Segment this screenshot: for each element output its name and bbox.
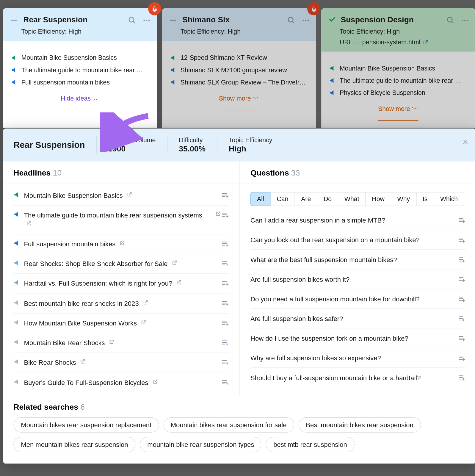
external-link-icon[interactable] bbox=[80, 358, 86, 367]
card-suspension-design[interactable]: Suspension Design Topic Efficiency: High… bbox=[321, 8, 475, 128]
stat-label: Topic Efficiency bbox=[229, 137, 272, 144]
more-icon[interactable] bbox=[461, 16, 469, 26]
external-link-icon[interactable] bbox=[119, 240, 125, 249]
filter-is[interactable]: Is bbox=[416, 192, 434, 206]
card-header: Shimano Slx Topic Efficiency: High bbox=[162, 8, 316, 41]
related-chip[interactable]: Best mountain bikes rear suspension bbox=[298, 417, 421, 432]
question-row[interactable]: Can you lock out the rear suspension on … bbox=[250, 230, 465, 250]
external-link-icon[interactable] bbox=[109, 339, 115, 347]
add-to-list-icon[interactable] bbox=[458, 334, 465, 342]
card-url[interactable]: URL: …pension-system.html bbox=[329, 38, 468, 46]
related-chip[interactable]: Mountain bikes rear suspension for sale bbox=[163, 417, 294, 432]
card-shimano-slx[interactable]: Shimano Slx Topic Efficiency: High 12-Sp… bbox=[162, 8, 316, 128]
filter-can[interactable]: Can bbox=[271, 192, 295, 206]
headline-row[interactable]: Rear Shocks: Shop Bike Shock Absorber fo… bbox=[13, 254, 229, 274]
search-icon[interactable] bbox=[446, 16, 454, 26]
idea-item[interactable]: Shimano SLX Group Review – The Drivetr… bbox=[170, 76, 308, 88]
megaphone-icon bbox=[13, 191, 21, 198]
question-row[interactable]: How do I use the suspension fork on a mo… bbox=[250, 328, 465, 348]
add-to-list-icon[interactable] bbox=[221, 319, 229, 327]
related-chip[interactable]: best mtb rear suspension bbox=[266, 437, 355, 452]
idea-item[interactable]: 12-Speed Shimano XT Review bbox=[170, 52, 308, 64]
search-icon[interactable] bbox=[128, 16, 136, 26]
idea-item[interactable]: Full suspension mountain bikes bbox=[11, 76, 149, 88]
external-link-icon[interactable] bbox=[126, 191, 133, 200]
add-to-list-icon[interactable] bbox=[458, 256, 465, 263]
headline-row[interactable]: Bike Rear Shocks bbox=[13, 353, 229, 373]
card-rear-suspension[interactable]: Rear Suspension Topic Efficiency: High M… bbox=[3, 8, 157, 128]
headline-text: Mountain Bike Suspension Basics bbox=[21, 191, 221, 200]
question-row[interactable]: Do you need a full suspension mountain b… bbox=[250, 289, 465, 309]
headline-row[interactable]: Full suspension mountain bikes bbox=[13, 234, 229, 254]
add-to-list-icon[interactable] bbox=[458, 295, 465, 303]
idea-item[interactable]: The ultimate guide to mountain bike rear… bbox=[11, 64, 149, 76]
headline-row[interactable]: How Mountain Bike Suspension Works bbox=[13, 314, 229, 333]
idea-item[interactable]: Mountain Bike Suspension Basics bbox=[11, 52, 149, 64]
question-row[interactable]: Should I buy a full-suspension mountain … bbox=[250, 368, 465, 387]
related-chip[interactable]: Men mountain bikes rear suspension bbox=[13, 437, 135, 452]
question-row[interactable]: Why are full suspension bikes so expensi… bbox=[250, 348, 465, 368]
hide-ideas-toggle[interactable]: Hide ideas ︿ bbox=[3, 95, 157, 110]
external-link-icon[interactable] bbox=[176, 279, 182, 288]
filter-what[interactable]: What bbox=[338, 192, 366, 206]
add-to-list-icon[interactable] bbox=[458, 374, 465, 381]
filter-how[interactable]: How bbox=[366, 192, 391, 206]
megaphone-icon bbox=[13, 279, 21, 286]
related-chip[interactable]: Mountain bikes rear suspension replaceme… bbox=[13, 417, 159, 432]
add-to-list-icon[interactable] bbox=[458, 314, 465, 322]
filter-why[interactable]: Why bbox=[391, 192, 416, 206]
external-link-icon[interactable] bbox=[142, 299, 149, 308]
add-to-list-icon[interactable] bbox=[458, 216, 465, 224]
filter-all[interactable]: All bbox=[250, 192, 271, 206]
show-more-toggle[interactable]: Show more ﹀ bbox=[378, 105, 418, 121]
add-to-list-icon[interactable] bbox=[221, 378, 229, 386]
headline-row[interactable]: Hardtail vs. Full Suspension: which is r… bbox=[13, 274, 229, 294]
svg-point-3 bbox=[146, 20, 148, 21]
svg-point-10 bbox=[447, 17, 452, 22]
question-row[interactable]: What are the best full suspension mounta… bbox=[250, 250, 465, 270]
add-to-list-icon[interactable] bbox=[221, 358, 229, 366]
idea-item[interactable]: Mountain Bike Suspension Basics bbox=[329, 62, 468, 74]
filter-which[interactable]: Which bbox=[434, 192, 464, 206]
add-to-list-icon[interactable] bbox=[458, 275, 465, 283]
external-link-icon[interactable] bbox=[152, 378, 158, 387]
idea-item[interactable]: Shimano SLX M7100 groupset review bbox=[170, 64, 308, 76]
question-row[interactable]: Can I add a rear suspension in a simple … bbox=[250, 210, 465, 230]
add-to-list-icon[interactable] bbox=[221, 240, 229, 248]
more-icon[interactable] bbox=[142, 16, 151, 26]
add-to-list-icon[interactable] bbox=[458, 354, 465, 362]
collapse-icon[interactable] bbox=[11, 20, 17, 21]
headline-row[interactable]: Best mountain bike rear shocks in 2023 bbox=[13, 294, 229, 314]
question-row[interactable]: Are full suspension bikes worth it? bbox=[250, 270, 465, 289]
more-icon[interactable] bbox=[302, 16, 310, 26]
idea-item[interactable]: The ultimate guide to mountain bike rear… bbox=[329, 74, 468, 87]
external-link-icon[interactable] bbox=[215, 211, 221, 219]
show-more-toggle[interactable]: Show more ﹀ bbox=[219, 95, 259, 110]
megaphone-icon bbox=[13, 299, 21, 306]
add-to-list-icon[interactable] bbox=[221, 339, 229, 346]
filter-are[interactable]: Are bbox=[295, 192, 318, 206]
headline-row[interactable]: The ultimate guide to mountain bike rear… bbox=[13, 206, 229, 234]
headline-row[interactable]: Buyer's Guide To Full-Suspension Bicycle… bbox=[13, 373, 229, 392]
headline-row[interactable]: Mountain Bike Rear Shocks bbox=[13, 333, 229, 353]
external-link-icon[interactable] bbox=[171, 259, 177, 268]
filter-do[interactable]: Do bbox=[317, 192, 338, 206]
collapse-icon[interactable] bbox=[170, 20, 176, 21]
external-link-icon bbox=[422, 40, 428, 46]
close-icon[interactable]: × bbox=[463, 137, 468, 148]
add-to-list-icon[interactable] bbox=[221, 191, 229, 199]
add-to-list-icon[interactable] bbox=[221, 299, 229, 307]
question-row[interactable]: Are full suspension bikes safer? bbox=[250, 309, 465, 328]
headline-row[interactable]: Mountain Bike Suspension Basics bbox=[13, 186, 229, 206]
idea-item[interactable]: Physics of Bicycle Suspension bbox=[329, 87, 468, 99]
add-to-list-icon[interactable] bbox=[221, 279, 229, 287]
search-icon[interactable] bbox=[287, 16, 295, 26]
external-link-icon[interactable] bbox=[26, 220, 32, 229]
svg-point-12 bbox=[462, 20, 463, 21]
add-to-list-icon[interactable] bbox=[221, 259, 229, 267]
related-chip[interactable]: mountain bike rear suspension types bbox=[140, 437, 261, 452]
add-to-list-icon[interactable] bbox=[221, 211, 229, 219]
external-link-icon[interactable] bbox=[140, 319, 147, 328]
add-to-list-icon[interactable] bbox=[458, 236, 465, 244]
check-icon bbox=[329, 17, 336, 23]
